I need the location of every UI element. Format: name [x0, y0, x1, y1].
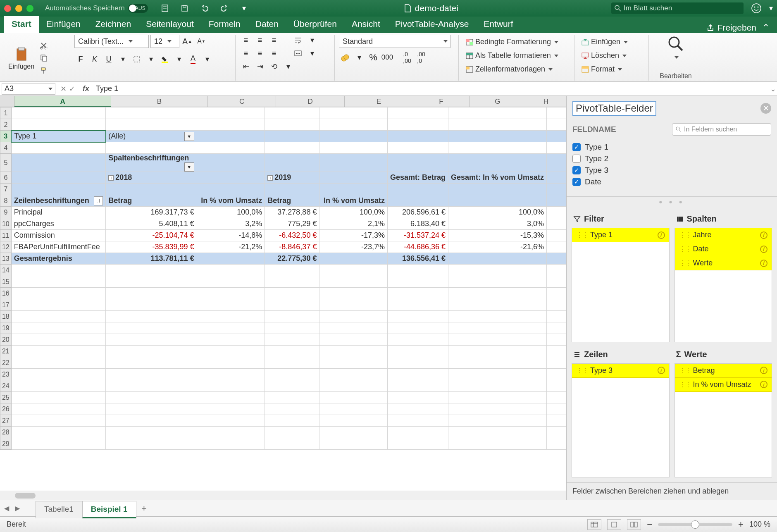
cell-E6[interactable]	[319, 172, 388, 184]
format-cells-button[interactable]: Format	[579, 64, 644, 75]
tab-formeln[interactable]: Formeln	[201, 16, 248, 33]
cell-D21[interactable]	[265, 346, 319, 357]
cell-C26[interactable]	[197, 403, 265, 415]
column-header-H[interactable]: H	[526, 96, 566, 107]
underline-dropdown[interactable]: ▾	[117, 54, 129, 64]
cell-H21[interactable]	[547, 346, 566, 357]
cell-G19[interactable]	[448, 322, 546, 334]
row-header[interactable]: 27	[0, 415, 12, 427]
area-drop-zone[interactable]: ⋮⋮Type 1i	[572, 228, 670, 342]
area-rows[interactable]: Zeilen⋮⋮Type 3i	[572, 347, 670, 478]
thousands-icon[interactable]: 000	[381, 52, 393, 63]
cell-E15[interactable]	[319, 276, 388, 288]
cell-E5[interactable]	[319, 154, 388, 172]
align-bottom-icon[interactable]: ≡	[268, 35, 280, 45]
cell-C27[interactable]	[197, 415, 265, 427]
info-icon[interactable]: i	[760, 367, 767, 374]
cell-G28[interactable]	[448, 427, 546, 438]
cell-A4[interactable]	[11, 142, 105, 154]
cell-B9[interactable]: 169.317,73 €	[106, 207, 197, 218]
conditional-formatting-button[interactable]: Bedingte Formatierung	[463, 36, 570, 48]
row-header[interactable]: 3	[0, 131, 12, 142]
cell-H8[interactable]	[547, 195, 566, 207]
cell-G25[interactable]	[448, 392, 546, 403]
maximize-window-button[interactable]	[26, 5, 33, 12]
italic-button[interactable]: K	[88, 54, 101, 64]
add-sheet-button[interactable]: +	[138, 502, 150, 515]
column-header-F[interactable]: F	[413, 96, 470, 107]
cell-E28[interactable]	[319, 427, 388, 438]
page-break-view-icon[interactable]	[627, 519, 641, 530]
cell-C19[interactable]	[197, 322, 265, 334]
select-all-corner[interactable]	[0, 96, 14, 107]
cell-E25[interactable]	[319, 392, 388, 403]
cell-F21[interactable]	[387, 346, 448, 357]
cell-H27[interactable]	[547, 415, 566, 427]
cell-H16[interactable]	[547, 288, 566, 299]
row-header[interactable]: 8	[0, 195, 12, 207]
page-layout-view-icon[interactable]	[607, 519, 621, 530]
cell-H12[interactable]	[547, 241, 566, 253]
cell-F19[interactable]	[387, 322, 448, 334]
cell-F23[interactable]	[387, 369, 448, 380]
cell-C3[interactable]	[197, 131, 265, 142]
cell-G22[interactable]	[448, 357, 546, 369]
next-sheet-icon[interactable]: ▶	[15, 504, 24, 512]
find-icon[interactable]	[667, 35, 685, 53]
cell-F12[interactable]: -44.686,36 €	[387, 241, 448, 253]
cell-B29[interactable]	[106, 438, 197, 450]
increase-font-icon[interactable]: A▲	[181, 36, 193, 47]
cell-C10[interactable]: 3,2%	[197, 218, 265, 230]
cell-H17[interactable]	[547, 299, 566, 311]
increase-decimal-icon[interactable]: ,0,00	[401, 52, 413, 63]
cell-F17[interactable]	[387, 299, 448, 311]
column-header-G[interactable]: G	[470, 96, 526, 107]
cell-B3[interactable]: (Alle) ▼	[106, 131, 197, 142]
format-painter-icon[interactable]	[38, 65, 50, 76]
cell-B16[interactable]	[106, 288, 197, 299]
cell-D13[interactable]: 22.775,30 €	[265, 253, 319, 265]
cell-D10[interactable]: 775,29 €	[265, 218, 319, 230]
tab-einfügen[interactable]: Einfügen	[39, 16, 88, 33]
cell-E9[interactable]: 100,0%	[319, 207, 388, 218]
copy-icon[interactable]	[38, 52, 50, 63]
align-middle-icon[interactable]: ≡	[254, 35, 266, 45]
cell-C20[interactable]	[197, 334, 265, 346]
cell-C13[interactable]	[197, 253, 265, 265]
cell-E18[interactable]	[319, 311, 388, 322]
cell-C16[interactable]	[197, 288, 265, 299]
cell-E1[interactable]	[319, 107, 388, 119]
row-header[interactable]: 13	[0, 253, 12, 265]
fill-color-dropdown[interactable]: ▾	[173, 54, 185, 64]
zoom-slider[interactable]	[658, 523, 732, 526]
area-filter[interactable]: Filter⋮⋮Type 1i	[572, 212, 670, 342]
close-pane-icon[interactable]: ✕	[760, 103, 771, 114]
cell-A26[interactable]	[11, 403, 105, 415]
cell-A17[interactable]	[11, 299, 105, 311]
cell-E26[interactable]	[319, 403, 388, 415]
align-left-icon[interactable]: ≡	[240, 48, 252, 59]
row-header[interactable]: 26	[0, 403, 12, 415]
cell-G4[interactable]	[448, 142, 546, 154]
cell-C17[interactable]	[197, 299, 265, 311]
cancel-formula-icon[interactable]: ✕	[60, 84, 67, 93]
row-header[interactable]: 25	[0, 392, 12, 403]
cell-B4[interactable]	[106, 142, 197, 154]
row-header[interactable]: 5	[0, 154, 12, 172]
qat-dropdown-icon[interactable]: ▾	[238, 3, 250, 14]
row-header[interactable]: 9	[0, 207, 12, 218]
cell-H11[interactable]	[547, 230, 566, 241]
cell-F22[interactable]	[387, 357, 448, 369]
row-header[interactable]: 1	[0, 107, 12, 119]
area-drop-zone[interactable]: ⋮⋮Type 3i	[572, 363, 670, 478]
cell-D15[interactable]	[265, 276, 319, 288]
cell-D12[interactable]: -8.846,37 €	[265, 241, 319, 253]
cell-C21[interactable]	[197, 346, 265, 357]
area-pill[interactable]: ⋮⋮Type 1i	[572, 228, 669, 242]
cell-G12[interactable]: -21,6%	[448, 241, 546, 253]
cell-A10[interactable]: ppcCharges	[11, 218, 105, 230]
cell-A19[interactable]	[11, 322, 105, 334]
cell-C11[interactable]: -14,8%	[197, 230, 265, 241]
percent-icon[interactable]: %	[367, 52, 379, 63]
cell-B11[interactable]: -25.104,74 €	[106, 230, 197, 241]
